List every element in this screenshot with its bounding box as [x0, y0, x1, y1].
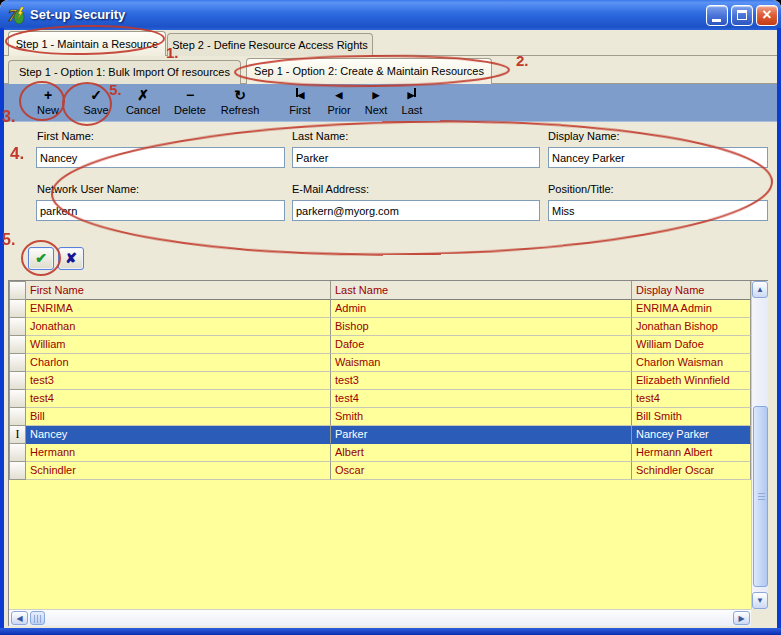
app-icon: 7: [7, 5, 27, 25]
tab-option2-create-maintain[interactable]: Sep 1 - Option 2: Create & Maintain Reso…: [246, 58, 492, 84]
current-row-indicator-icon: I: [16, 427, 20, 441]
cancel-button[interactable]: ✗ Cancel: [120, 88, 166, 117]
tab-step1-maintain-resource[interactable]: Step 1 - Maintain a Resource: [8, 31, 166, 56]
thumb-grip: [758, 493, 765, 501]
table-row[interactable]: William Dafoe William Dafoe: [9, 336, 751, 354]
thumb-grip: [34, 615, 42, 623]
plus-icon: +: [26, 88, 70, 103]
green-check-icon: ✔: [35, 250, 47, 266]
display-name-input[interactable]: [548, 147, 768, 168]
vertical-scrollbar-thumb[interactable]: [753, 406, 768, 587]
horizontal-scrollbar-thumb[interactable]: [30, 611, 45, 625]
column-header-first-name[interactable]: First Name: [26, 281, 331, 300]
annotation-number-5b: 5.: [2, 231, 15, 249]
last-record-icon: [414, 88, 416, 97]
next-record-icon: ▶: [358, 88, 394, 103]
table-row[interactable]: Charlon Waisman Charlon Waisman: [9, 354, 751, 372]
close-button[interactable]: ×: [756, 5, 778, 26]
column-header-display-name[interactable]: Display Name: [632, 281, 751, 300]
table-row[interactable]: Schindler Oscar Schindler Oscar: [9, 462, 751, 480]
prior-record-icon: ◀: [321, 88, 357, 103]
scrollbar-corner: [751, 609, 768, 626]
refresh-icon: ↻: [214, 88, 266, 103]
next-button[interactable]: ▶ Next: [358, 88, 394, 117]
column-header-last-name[interactable]: Last Name: [331, 281, 632, 300]
last-button[interactable]: ▶ Last: [394, 88, 430, 117]
tab-option1-bulk-import[interactable]: Step 1 - Option 1: Bulk Import Of resour…: [8, 60, 241, 84]
table-row[interactable]: test3 test3 Elizabeth Winnfield: [9, 372, 751, 390]
tab-step2-define-access-rights[interactable]: Step 2 - Define Resource Access Rights: [167, 33, 373, 56]
table-row[interactable]: Bill Smith Bill Smith: [9, 408, 751, 426]
new-button[interactable]: + New: [26, 88, 70, 117]
table-row[interactable]: ENRIMA Admin ENRIMA Admin: [9, 300, 751, 318]
refresh-button[interactable]: ↻ Refresh: [214, 88, 266, 117]
close-icon: ×: [762, 6, 771, 23]
scroll-down-icon: ▼: [756, 596, 764, 605]
accept-button[interactable]: ✔: [28, 247, 54, 270]
display-name-label: Display Name:: [548, 130, 620, 142]
first-name-input[interactable]: [36, 147, 285, 168]
vertical-scrollbar[interactable]: ▲ ▼: [751, 281, 768, 609]
scroll-down-button[interactable]: ▼: [752, 592, 768, 609]
prior-button[interactable]: ◀ Prior: [321, 88, 357, 117]
first-button[interactable]: ◀ First: [281, 88, 319, 117]
first-name-label: First Name:: [37, 130, 94, 142]
window-title: Set-up Security: [30, 7, 125, 22]
minimize-icon: [712, 19, 721, 22]
scroll-left-button[interactable]: ◀: [11, 611, 28, 625]
scroll-right-button[interactable]: ▶: [733, 611, 750, 625]
network-user-name-label: Network User Name:: [37, 183, 139, 195]
table-row-selected[interactable]: I Nancey Parker Nancey Parker: [9, 426, 751, 444]
x-icon: ✗: [120, 88, 166, 103]
reject-button[interactable]: ✘: [58, 247, 84, 270]
last-name-label: Last Name:: [292, 130, 348, 142]
email-address-input[interactable]: [292, 200, 540, 221]
table-row[interactable]: Jonathan Bishop Jonathan Bishop: [9, 318, 751, 336]
last-name-input[interactable]: [292, 147, 540, 168]
delete-button[interactable]: − Delete: [168, 88, 212, 117]
email-address-label: E-Mail Address:: [292, 183, 369, 195]
grid-header-row: First Name Last Name Display Name: [9, 281, 751, 300]
resources-grid: First Name Last Name Display Name ENRIMA…: [8, 280, 768, 626]
scroll-up-icon: ▲: [756, 285, 764, 294]
scroll-left-icon: ◀: [16, 614, 22, 623]
table-row[interactable]: test4 test4 test4: [9, 390, 751, 408]
annotation-circle-4: [51, 116, 773, 261]
window-border-left: [0, 28, 4, 628]
scroll-right-icon: ▶: [738, 614, 744, 623]
minimize-button[interactable]: [706, 5, 728, 26]
toolbar: + New ✓ Save ✗ Cancel − Delete ↻ Refresh…: [4, 84, 777, 122]
maximize-icon: [737, 10, 747, 20]
table-row[interactable]: Hermann Albert Hermann Albert: [9, 444, 751, 462]
title-bar[interactable]: 7 Set-up Security ×: [0, 0, 781, 30]
scroll-up-button[interactable]: ▲: [752, 281, 768, 298]
position-title-input[interactable]: [548, 200, 768, 221]
grid-header-selector: [9, 281, 26, 300]
annotation-number-4: 4.: [10, 144, 24, 164]
position-title-label: Position/Title:: [548, 183, 614, 195]
window-border-bottom: [0, 628, 781, 635]
application-window: 7 Set-up Security × Step 1 - Maintain a …: [0, 0, 781, 635]
window-border-right: [777, 28, 781, 628]
horizontal-scrollbar[interactable]: ◀ ▶: [9, 609, 751, 626]
blue-x-icon: ✘: [65, 250, 77, 266]
minus-icon: −: [168, 88, 212, 103]
check-icon: ✓: [74, 88, 118, 103]
save-button[interactable]: ✓ Save: [74, 88, 118, 117]
network-user-name-input[interactable]: [36, 200, 285, 221]
maximize-button[interactable]: [731, 5, 753, 26]
